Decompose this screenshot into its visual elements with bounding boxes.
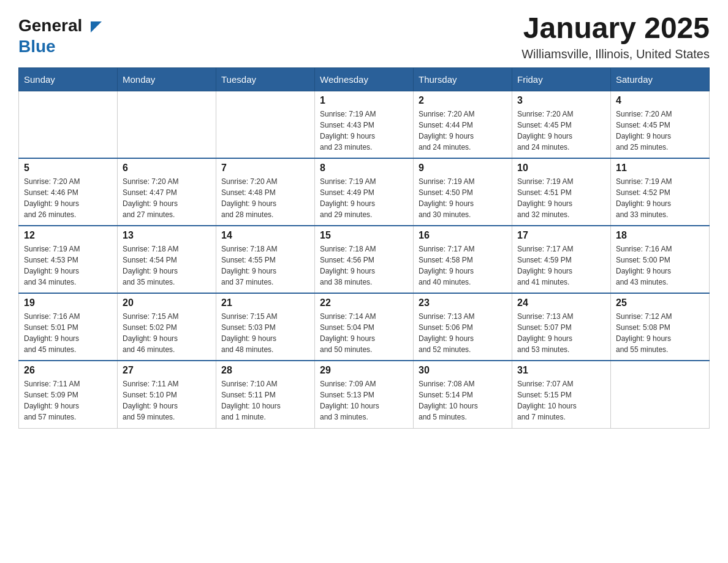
calendar-day-7: 7Sunrise: 7:20 AM Sunset: 4:48 PM Daylig… <box>216 158 315 226</box>
logo-blue-text: Blue <box>18 36 56 57</box>
logo-general-text: General <box>18 15 102 36</box>
calendar-day-1: 1Sunrise: 7:19 AM Sunset: 4:43 PM Daylig… <box>315 91 414 158</box>
calendar-day-24: 24Sunrise: 7:13 AM Sunset: 5:07 PM Dayli… <box>512 293 611 361</box>
calendar-table: SundayMondayTuesdayWednesdayThursdayFrid… <box>18 67 710 429</box>
day-number: 2 <box>419 95 507 106</box>
calendar-day-3: 3Sunrise: 7:20 AM Sunset: 4:45 PM Daylig… <box>512 91 611 158</box>
calendar-day-27: 27Sunrise: 7:11 AM Sunset: 5:10 PM Dayli… <box>118 361 216 428</box>
day-info: Sunrise: 7:19 AM Sunset: 4:51 PM Dayligh… <box>517 176 605 220</box>
calendar-day-26: 26Sunrise: 7:11 AM Sunset: 5:09 PM Dayli… <box>19 361 118 428</box>
calendar-day-28: 28Sunrise: 7:10 AM Sunset: 5:11 PM Dayli… <box>216 361 315 428</box>
day-number: 11 <box>616 163 704 174</box>
logo: General Blue <box>18 12 102 56</box>
day-number: 17 <box>517 230 605 241</box>
day-info: Sunrise: 7:19 AM Sunset: 4:43 PM Dayligh… <box>320 109 408 153</box>
day-info: Sunrise: 7:12 AM Sunset: 5:08 PM Dayligh… <box>616 311 704 355</box>
day-info: Sunrise: 7:19 AM Sunset: 4:52 PM Dayligh… <box>616 176 704 220</box>
day-info: Sunrise: 7:15 AM Sunset: 5:02 PM Dayligh… <box>123 311 211 355</box>
day-number: 16 <box>419 230 507 241</box>
day-number: 14 <box>221 230 309 241</box>
day-number: 13 <box>123 230 211 241</box>
location-subtitle: Williamsville, Illinois, United States <box>521 47 710 61</box>
day-info: Sunrise: 7:14 AM Sunset: 5:04 PM Dayligh… <box>320 311 408 355</box>
day-info: Sunrise: 7:20 AM Sunset: 4:44 PM Dayligh… <box>419 109 507 153</box>
day-number: 12 <box>24 230 112 241</box>
day-info: Sunrise: 7:10 AM Sunset: 5:11 PM Dayligh… <box>221 378 309 423</box>
calendar-day-29: 29Sunrise: 7:09 AM Sunset: 5:13 PM Dayli… <box>315 361 414 428</box>
calendar-week-row: 5Sunrise: 7:20 AM Sunset: 4:46 PM Daylig… <box>19 158 710 226</box>
weekday-header-saturday: Saturday <box>611 67 710 91</box>
calendar-day-16: 16Sunrise: 7:17 AM Sunset: 4:58 PM Dayli… <box>414 226 512 293</box>
day-number: 25 <box>616 297 704 308</box>
title-section: January 2025 Williamsville, Illinois, Un… <box>521 12 710 61</box>
day-info: Sunrise: 7:16 AM Sunset: 5:00 PM Dayligh… <box>616 243 704 288</box>
calendar-day-17: 17Sunrise: 7:17 AM Sunset: 4:59 PM Dayli… <box>512 226 611 293</box>
day-number: 30 <box>419 365 507 376</box>
day-info: Sunrise: 7:08 AM Sunset: 5:14 PM Dayligh… <box>419 378 507 423</box>
calendar-week-row: 26Sunrise: 7:11 AM Sunset: 5:09 PM Dayli… <box>19 361 710 428</box>
day-info: Sunrise: 7:09 AM Sunset: 5:13 PM Dayligh… <box>320 378 408 423</box>
weekday-header-wednesday: Wednesday <box>315 67 414 91</box>
day-number: 4 <box>616 95 704 106</box>
day-number: 8 <box>320 163 408 174</box>
day-number: 6 <box>123 163 211 174</box>
calendar-day-25: 25Sunrise: 7:12 AM Sunset: 5:08 PM Dayli… <box>611 293 710 361</box>
day-info: Sunrise: 7:16 AM Sunset: 5:01 PM Dayligh… <box>24 311 112 355</box>
calendar-day-12: 12Sunrise: 7:19 AM Sunset: 4:53 PM Dayli… <box>19 226 118 293</box>
weekday-header-sunday: Sunday <box>19 67 118 91</box>
calendar-day-31: 31Sunrise: 7:07 AM Sunset: 5:15 PM Dayli… <box>512 361 611 428</box>
day-info: Sunrise: 7:18 AM Sunset: 4:55 PM Dayligh… <box>221 243 309 288</box>
day-number: 27 <box>123 365 211 376</box>
day-number: 19 <box>24 297 112 308</box>
day-info: Sunrise: 7:07 AM Sunset: 5:15 PM Dayligh… <box>517 378 605 423</box>
calendar-day-14: 14Sunrise: 7:18 AM Sunset: 4:55 PM Dayli… <box>216 226 315 293</box>
day-info: Sunrise: 7:17 AM Sunset: 4:59 PM Dayligh… <box>517 243 605 288</box>
month-year-title: January 2025 <box>521 12 710 45</box>
day-number: 1 <box>320 95 408 106</box>
calendar-day-8: 8Sunrise: 7:19 AM Sunset: 4:49 PM Daylig… <box>315 158 414 226</box>
calendar-day-10: 10Sunrise: 7:19 AM Sunset: 4:51 PM Dayli… <box>512 158 611 226</box>
calendar-empty-cell <box>611 361 710 428</box>
calendar-day-15: 15Sunrise: 7:18 AM Sunset: 4:56 PM Dayli… <box>315 226 414 293</box>
day-number: 5 <box>24 163 112 174</box>
day-info: Sunrise: 7:18 AM Sunset: 4:54 PM Dayligh… <box>123 243 211 288</box>
calendar-day-18: 18Sunrise: 7:16 AM Sunset: 5:00 PM Dayli… <box>611 226 710 293</box>
day-number: 15 <box>320 230 408 241</box>
calendar-day-11: 11Sunrise: 7:19 AM Sunset: 4:52 PM Dayli… <box>611 158 710 226</box>
day-info: Sunrise: 7:20 AM Sunset: 4:45 PM Dayligh… <box>616 109 704 153</box>
weekday-header-row: SundayMondayTuesdayWednesdayThursdayFrid… <box>19 67 710 91</box>
weekday-header-thursday: Thursday <box>414 67 512 91</box>
calendar-day-6: 6Sunrise: 7:20 AM Sunset: 4:47 PM Daylig… <box>118 158 216 226</box>
day-number: 26 <box>24 365 112 376</box>
day-number: 7 <box>221 163 309 174</box>
day-info: Sunrise: 7:19 AM Sunset: 4:49 PM Dayligh… <box>320 176 408 220</box>
calendar-empty-cell <box>19 91 118 158</box>
calendar-day-21: 21Sunrise: 7:15 AM Sunset: 5:03 PM Dayli… <box>216 293 315 361</box>
day-info: Sunrise: 7:11 AM Sunset: 5:10 PM Dayligh… <box>123 378 211 423</box>
day-number: 20 <box>123 297 211 308</box>
day-info: Sunrise: 7:20 AM Sunset: 4:45 PM Dayligh… <box>517 109 605 153</box>
calendar-empty-cell <box>118 91 216 158</box>
calendar-day-5: 5Sunrise: 7:20 AM Sunset: 4:46 PM Daylig… <box>19 158 118 226</box>
page-header: General Blue January 2025 Williamsville,… <box>18 12 710 61</box>
day-info: Sunrise: 7:13 AM Sunset: 5:06 PM Dayligh… <box>419 311 507 355</box>
day-info: Sunrise: 7:15 AM Sunset: 5:03 PM Dayligh… <box>221 311 309 355</box>
day-number: 22 <box>320 297 408 308</box>
weekday-header-tuesday: Tuesday <box>216 67 315 91</box>
svg-marker-0 <box>91 21 102 33</box>
day-number: 31 <box>517 365 605 376</box>
calendar-week-row: 1Sunrise: 7:19 AM Sunset: 4:43 PM Daylig… <box>19 91 710 158</box>
calendar-week-row: 12Sunrise: 7:19 AM Sunset: 4:53 PM Dayli… <box>19 226 710 293</box>
day-number: 18 <box>616 230 704 241</box>
calendar-day-20: 20Sunrise: 7:15 AM Sunset: 5:02 PM Dayli… <box>118 293 216 361</box>
day-number: 21 <box>221 297 309 308</box>
day-number: 3 <box>517 95 605 106</box>
day-info: Sunrise: 7:19 AM Sunset: 4:50 PM Dayligh… <box>419 176 507 220</box>
calendar-day-13: 13Sunrise: 7:18 AM Sunset: 4:54 PM Dayli… <box>118 226 216 293</box>
day-number: 23 <box>419 297 507 308</box>
calendar-day-4: 4Sunrise: 7:20 AM Sunset: 4:45 PM Daylig… <box>611 91 710 158</box>
calendar-day-22: 22Sunrise: 7:14 AM Sunset: 5:04 PM Dayli… <box>315 293 414 361</box>
day-info: Sunrise: 7:17 AM Sunset: 4:58 PM Dayligh… <box>419 243 507 288</box>
day-info: Sunrise: 7:20 AM Sunset: 4:48 PM Dayligh… <box>221 176 309 220</box>
day-info: Sunrise: 7:18 AM Sunset: 4:56 PM Dayligh… <box>320 243 408 288</box>
